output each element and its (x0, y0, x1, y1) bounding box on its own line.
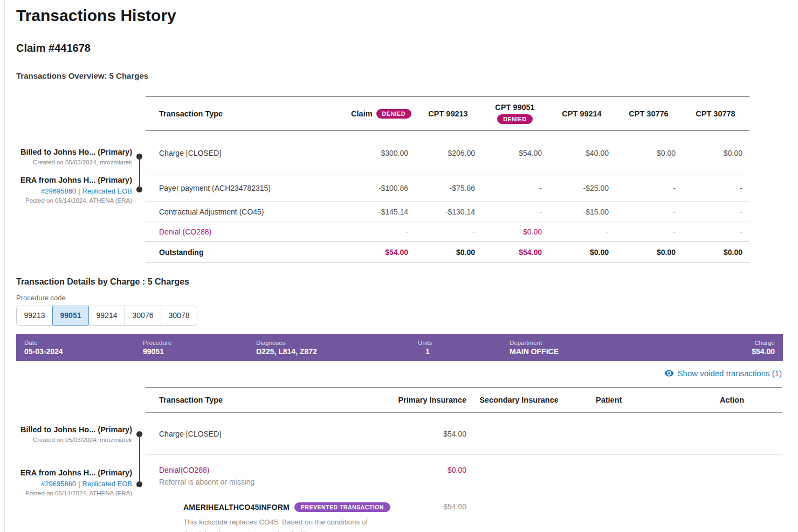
denial-reason: Referral is absent or missing (159, 478, 394, 486)
charge-bar-procedure: Procedure 99051 (143, 340, 256, 356)
row-label: Denial (CO288) (146, 227, 348, 236)
column-header-primary-insurance: Primary Insurance (394, 396, 466, 404)
era-number-link[interactable]: #29695860 (41, 480, 76, 488)
cell-value: -$75.86 (415, 184, 481, 192)
table-row-contractual-adjustment: Contractual Adjustment (CO45) -$145.14 -… (146, 201, 749, 222)
column-header-action: Action (642, 396, 782, 404)
table-row-charge: Charge [CLOSED] $54.00 (146, 413, 782, 454)
field-value: D225, L814, Z872 (256, 347, 418, 356)
field-value: MAIN OFFICE (510, 347, 687, 356)
cell-value: -$25.00 (548, 184, 615, 192)
table-row-denial-group: Denial(CO288) Referral is absent or miss… (146, 454, 782, 532)
cell-value: $0.00 (682, 149, 749, 157)
timeline-event-meta: Created on 05/03/2024, mrozmiarek (0, 159, 132, 165)
procedure-code-tabs: 99213 99051 99214 30076 30078 (16, 306, 197, 326)
timeline-event-meta: Posted on 05/14/2024, ATHENA (ERA) (0, 197, 132, 204)
claim-number-heading: Claim #441678 (16, 42, 91, 54)
row-label: Charge [CLOSED] (146, 430, 394, 438)
timeline-event-title: Billed to Johns Ho... (Primary) (0, 425, 132, 434)
charge-bar-units: Units 1 (418, 340, 510, 356)
kickcode-description-line1: This kickcode replaces CO45. Based on th… (183, 518, 325, 526)
cell-value: - (615, 227, 682, 236)
era-number-link[interactable]: #29695860 (41, 187, 76, 195)
column-header-claim: Claim DENIED (348, 109, 415, 119)
table-row-denial: Denial (CO288) - - $0.00 - - - (146, 222, 749, 241)
procedure-tab-30076[interactable]: 30076 (125, 306, 161, 326)
timeline-event-meta: Created on 05/03/2024, mrozmiarek (0, 437, 132, 443)
table-row-outstanding: Outstanding $54.00 $0.00 $54.00 $0.00 $0… (146, 241, 749, 263)
column-header-cpt-30776: CPT 30776 (615, 109, 682, 118)
cell-value: - (615, 184, 682, 192)
cell-value: -$15.00 (548, 208, 615, 216)
timeline-event-title: Billed to Johns Ho... (Primary) (0, 147, 132, 157)
eye-icon (664, 370, 674, 377)
timeline-event-links: #29695860|Replicated EOB (0, 187, 132, 195)
timeline-connector (139, 156, 140, 189)
column-header-cpt-99051: CPT 99051 DENIED (481, 103, 548, 124)
details-header-row: Transaction Type Primary Insurance Secon… (146, 387, 782, 413)
cell-value: - (548, 227, 615, 236)
charge-bar-charge: Charge $54.00 (687, 340, 775, 356)
row-label: Contractual Adjustment (CO45) (146, 208, 348, 216)
column-header-patient: Patient (572, 396, 642, 404)
column-header-transaction-type: Transaction Type (146, 396, 394, 404)
field-value: 05-03-2024 (24, 347, 143, 356)
show-voided-label: Show voided transactions (1) (678, 369, 782, 378)
column-header-cpt-99214: CPT 99214 (548, 109, 615, 118)
procedure-tab-99213[interactable]: 99213 (16, 306, 53, 326)
cell-value: $54.00 (348, 248, 415, 257)
procedure-code-label: Procedure code (16, 294, 66, 302)
transaction-details-table: Transaction Type Primary Insurance Secon… (146, 387, 782, 532)
prevented-transaction-row: AMERIHEALTHCO45INFORM PREVENTED TRANSACT… (146, 502, 782, 532)
cell-value: - (481, 184, 548, 192)
cell-value: $54.00 (481, 248, 548, 257)
cell-value: $0.00 (415, 248, 481, 257)
replicated-eob-link[interactable]: Replicated EOB (82, 480, 133, 488)
denied-badge: DENIED (497, 114, 532, 124)
denied-badge: DENIED (376, 109, 411, 119)
timeline-connector (139, 434, 140, 483)
column-header-label: CPT 99213 (428, 109, 467, 118)
show-voided-transactions-link[interactable]: Show voided transactions (1) (664, 369, 782, 378)
cell-value: $300.00 (348, 149, 415, 157)
timeline-event-meta: Posted on 05/14/2024, ATHENA (ERA) (0, 490, 132, 496)
cell-value: $0.00 (481, 227, 548, 236)
cell-value: - (682, 227, 749, 236)
cell-value: - (415, 227, 481, 236)
procedure-tab-99051[interactable]: 99051 (52, 306, 89, 326)
field-label: Procedure (143, 340, 256, 346)
overview-heading: Transactions Overview: 5 Charges (16, 71, 148, 80)
cell-value: - (481, 208, 548, 216)
field-label: Units (418, 340, 510, 346)
timeline-event-title: ERA from Johns H... (Primary) (0, 468, 132, 478)
charge-bar-department: Department MAIN OFFICE (510, 340, 687, 356)
details-heading: Transaction Details by Charge : 5 Charge… (16, 277, 189, 287)
cell-value: $0.00 (615, 248, 682, 257)
transactions-overview-table: Transaction Type Claim DENIED CPT 99213 … (146, 96, 749, 263)
timeline-event-billed: Billed to Johns Ho... (Primary) Created … (0, 425, 132, 443)
column-header-label: CPT 30778 (696, 109, 735, 118)
column-header-label: CPT 30776 (629, 109, 668, 118)
column-header-secondary-insurance: Secondary Insurance (466, 396, 572, 404)
procedure-tab-99214[interactable]: 99214 (88, 306, 125, 326)
column-header-label: CPT 99051 (495, 103, 534, 112)
cell-value: $54.00 (481, 149, 548, 157)
kickcode-description: This kickcode replaces CO45. Based on th… (183, 516, 372, 532)
charge-bar-diagnoses: Diagnoses D225, L814, Z872 (256, 340, 418, 356)
kickcode-label: AMERIHEALTHCO45INFORM (183, 503, 290, 512)
field-value: 1 (418, 347, 510, 356)
replicated-eob-link[interactable]: Replicated EOB (82, 187, 133, 195)
cell-value: $0.00 (615, 149, 682, 157)
link-separator: | (78, 187, 80, 195)
overview-header-row: Transaction Type Claim DENIED CPT 99213 … (146, 96, 749, 131)
table-row-payer-payment: Payer payment (ACH234782315) -$100.86 -$… (146, 175, 749, 201)
timeline-event-title: ERA from Johns H... (Primary) (0, 175, 132, 185)
cell-value: -$100.86 (348, 184, 415, 192)
cell-value: $0.00 (548, 248, 615, 257)
field-label: Diagnoses (256, 340, 418, 346)
column-header-label: Claim (351, 109, 373, 118)
charge-bar-date: Date 05-03-2024 (24, 340, 143, 356)
transactions-history-page: Transactions History Claim #441678 Trans… (0, 0, 798, 532)
procedure-tab-30078[interactable]: 30078 (161, 306, 197, 326)
column-header-label: CPT 99214 (562, 109, 601, 118)
